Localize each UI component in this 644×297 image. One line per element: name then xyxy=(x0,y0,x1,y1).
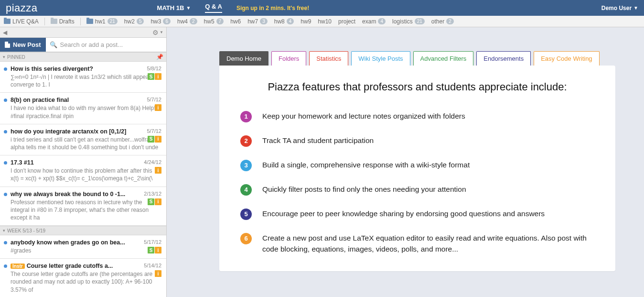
badge-i-icon: i xyxy=(155,73,161,80)
post-date: 5/17/12 xyxy=(144,239,161,245)
feed-post[interactable]: how do you integrate arctanx/x on [0,1/2… xyxy=(0,124,166,155)
new-post-label: New Post xyxy=(13,41,41,48)
folder-label: other xyxy=(431,18,444,25)
folder-live-qa[interactable]: LIVE Q&A xyxy=(4,18,39,25)
folder-count: 4 xyxy=(378,18,386,24)
course-switcher[interactable]: MATH 1B ▼ xyxy=(157,4,191,11)
new-post-icon xyxy=(5,42,10,48)
folder-count: 6 xyxy=(163,18,171,24)
feature-item: 1Keep your homework and lecture notes or… xyxy=(240,110,594,122)
caret-down-icon: ▼ xyxy=(186,5,191,11)
demo-tab-advanced-filters[interactable]: Advanced Filters xyxy=(413,51,474,66)
folder-hw2[interactable]: hw25 xyxy=(124,18,144,25)
badge-s-icon: S xyxy=(148,73,154,80)
badge-i-icon: i xyxy=(155,136,161,143)
user-menu[interactable]: Demo User ▼ xyxy=(601,5,638,11)
folder-hw1[interactable]: hw121 xyxy=(86,18,118,25)
post-date: 5/7/12 xyxy=(147,97,161,102)
logo[interactable]: piazza xyxy=(6,2,38,14)
new-post-button[interactable]: New Post xyxy=(0,38,46,52)
folder-label: hw3 xyxy=(150,18,161,25)
badge-i-icon: i xyxy=(155,104,161,111)
post-snippet: #grades xyxy=(11,247,161,254)
feed-settings-button[interactable]: ⚙ ▼ xyxy=(152,29,163,36)
demo-tab-statistics[interactable]: Statistics xyxy=(309,51,348,66)
qa-tab[interactable]: Q & A xyxy=(205,3,222,13)
folder-hw8[interactable]: hw84 xyxy=(274,18,294,25)
folder-count: 21 xyxy=(107,18,118,24)
folder-exam[interactable]: exam4 xyxy=(362,18,386,25)
folder-icon xyxy=(51,19,57,24)
badge-i-icon: i xyxy=(155,247,161,253)
post-snippet: I don't know how to continue this proble… xyxy=(11,167,161,182)
post-snippet: Professor mentioned two reasons in lectu… xyxy=(11,198,161,222)
folder-count: 2 xyxy=(190,18,197,24)
folder-label: Drafts xyxy=(59,18,75,25)
demo-heading: Piazza features that professors and stud… xyxy=(240,81,594,93)
search-box[interactable]: 🔍 xyxy=(46,38,166,52)
feed-post[interactable]: anybody know when grades go on bea...#gr… xyxy=(0,235,166,259)
feed-post[interactable]: How is this series divergent?∑∞n=0 1n²·√… xyxy=(0,62,166,93)
post-date: 2/13/12 xyxy=(144,191,161,197)
demo-tab-demo-home[interactable]: Demo Home xyxy=(219,51,268,66)
feed-post[interactable]: 17.3 #11I don't know how to continue thi… xyxy=(0,155,166,187)
badge-s-icon: S xyxy=(148,247,154,253)
collapse-icon: ▾ xyxy=(3,55,5,59)
post-date: 5/8/12 xyxy=(147,66,161,71)
folder-label: hw5 xyxy=(204,18,215,25)
search-input[interactable] xyxy=(60,41,162,48)
unread-dot-icon xyxy=(4,241,7,244)
demo-tab-easy-code-writing[interactable]: Easy Code Writing xyxy=(534,51,599,66)
folder-label: hw6 xyxy=(230,18,241,25)
feature-text: Track TA and student participation xyxy=(262,135,374,146)
folder-hw5[interactable]: hw57 xyxy=(204,18,224,25)
post-feed[interactable]: ▾ PINNED 📌 How is this series divergent?… xyxy=(0,52,166,297)
unread-dot-icon xyxy=(4,264,7,268)
demo-tab-wiki-style-posts[interactable]: Wiki Style Posts xyxy=(351,51,410,66)
feature-item: 5Encourage peer to peer knowledge sharin… xyxy=(240,208,594,220)
section-header-week[interactable]: ▾ WEEK 5/13 - 5/19 xyxy=(0,226,166,235)
feed-post[interactable]: InstrCourse letter grade cutoffs a...The… xyxy=(0,259,166,297)
badge-i-icon: i xyxy=(155,167,161,174)
folder-project[interactable]: project xyxy=(338,18,355,25)
post-title: 17.3 #11 xyxy=(11,159,161,166)
folder-logistics[interactable]: logistics21 xyxy=(392,18,425,25)
folder-hw3[interactable]: hw36 xyxy=(150,18,171,25)
feed-column: ◀ ⚙ ▼ New Post 🔍 ▾ PINNED 📌 How is this … xyxy=(0,27,167,297)
post-title: why we always break the bound to 0 -1... xyxy=(11,191,161,198)
demo-tab-endorsements[interactable]: Endorsements xyxy=(476,51,531,66)
folder-label: logistics xyxy=(392,18,413,25)
divider xyxy=(80,18,81,25)
folder-label: LIVE Q&A xyxy=(12,18,39,25)
badge-s-icon: S xyxy=(148,136,154,143)
post-title: how do you integrate arctanx/x on [0,1/2… xyxy=(11,128,161,135)
folder-hw7[interactable]: hw73 xyxy=(247,18,268,25)
badge-i-icon: i xyxy=(155,198,161,205)
folder-hw4[interactable]: hw42 xyxy=(177,18,197,25)
feature-text: Quickly filter posts to find only the on… xyxy=(262,184,466,195)
search-icon: 🔍 xyxy=(50,41,57,48)
folder-hw10[interactable]: hw10 xyxy=(318,18,332,25)
section-label: PINNED xyxy=(7,55,25,60)
folder-label: hw7 xyxy=(247,18,258,25)
feature-text: Create a new post and use LaTeX equation… xyxy=(262,232,594,255)
folder-count: 5 xyxy=(137,18,144,24)
collapse-feed-icon[interactable]: ◀ xyxy=(3,29,7,36)
folder-other[interactable]: other2 xyxy=(431,18,454,25)
section-header-pinned[interactable]: ▾ PINNED 📌 xyxy=(0,52,166,62)
content-column: Demo HomeFoldersStatisticsWiki Style Pos… xyxy=(167,27,644,297)
feed-toolbar: ◀ ⚙ ▼ xyxy=(0,27,166,38)
feed-post[interactable]: why we always break the bound to 0 -1...… xyxy=(0,187,166,226)
top-bar: piazza MATH 1B ▼ Q & A Sign up in 2 mins… xyxy=(0,0,644,16)
feed-post[interactable]: 8(b) on practice finalI have no idea wha… xyxy=(0,93,166,124)
folder-hw9[interactable]: hw9 xyxy=(301,18,311,25)
signup-link[interactable]: Sign up in 2 mins. It's free! xyxy=(236,5,309,11)
folder-drafts[interactable]: Drafts xyxy=(51,18,75,25)
unread-dot-icon xyxy=(4,193,7,196)
demo-tab-folders[interactable]: Folders xyxy=(271,51,306,66)
folder-hw6[interactable]: hw6 xyxy=(230,18,241,25)
post-snippet: ∑∞n=0 1n²·√n | I rewrote it was 1n3/2 wh… xyxy=(11,73,161,88)
folder-icon xyxy=(4,19,11,24)
folder-label: hw8 xyxy=(274,18,285,25)
collapse-icon: ▾ xyxy=(3,228,5,233)
